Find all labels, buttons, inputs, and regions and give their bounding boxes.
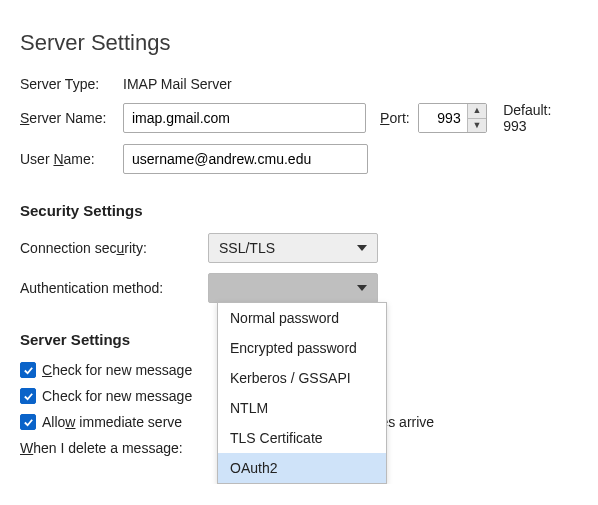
check-icon <box>23 417 34 428</box>
page-title: Server Settings <box>20 30 578 56</box>
when-delete-label: When I delete a message: <box>20 440 183 456</box>
server-type-value: IMAP Mail Server <box>123 76 232 92</box>
check-icon <box>23 391 34 402</box>
security-heading: Security Settings <box>20 202 578 219</box>
allow-immediate-label: Allow immediate serve <box>42 414 182 430</box>
port-input[interactable] <box>419 104 467 132</box>
port-stepper[interactable]: ▲ ▼ <box>418 103 487 133</box>
auth-method-select[interactable] <box>208 273 378 303</box>
check-messages-startup-label: Check for new message <box>42 362 192 378</box>
check-messages-interval-checkbox[interactable] <box>20 388 36 404</box>
auth-option[interactable]: Normal password <box>218 303 386 333</box>
auth-option[interactable]: TLS Certificate <box>218 423 386 453</box>
default-port-label: Default: 993 <box>503 102 578 134</box>
connection-security-select[interactable]: SSL/TLS <box>208 233 378 263</box>
chevron-down-icon <box>357 285 367 291</box>
check-icon <box>23 365 34 376</box>
auth-option[interactable]: Kerberos / GSSAPI <box>218 363 386 393</box>
server-type-label: Server Type: <box>20 76 115 92</box>
auth-option[interactable]: OAuth2 <box>218 453 386 483</box>
port-up-button[interactable]: ▲ <box>468 104 486 119</box>
check-messages-interval-label: Check for new message <box>42 388 192 404</box>
auth-option[interactable]: Encrypted password <box>218 333 386 363</box>
connection-security-value: SSL/TLS <box>219 240 275 256</box>
check-messages-startup-checkbox[interactable] <box>20 362 36 378</box>
auth-method-dropdown[interactable]: Normal passwordEncrypted passwordKerbero… <box>217 302 387 484</box>
server-name-input[interactable] <box>123 103 366 133</box>
connection-security-label: Connection security: <box>20 240 200 256</box>
port-label: Port: <box>380 110 410 126</box>
auth-method-label: Authentication method: <box>20 280 200 296</box>
port-down-button[interactable]: ▼ <box>468 119 486 133</box>
server-name-label: Server Name: <box>20 110 115 126</box>
user-name-label: User Name: <box>20 151 115 167</box>
auth-option[interactable]: NTLM <box>218 393 386 423</box>
user-name-input[interactable] <box>123 144 368 174</box>
chevron-down-icon <box>357 245 367 251</box>
allow-immediate-checkbox[interactable] <box>20 414 36 430</box>
